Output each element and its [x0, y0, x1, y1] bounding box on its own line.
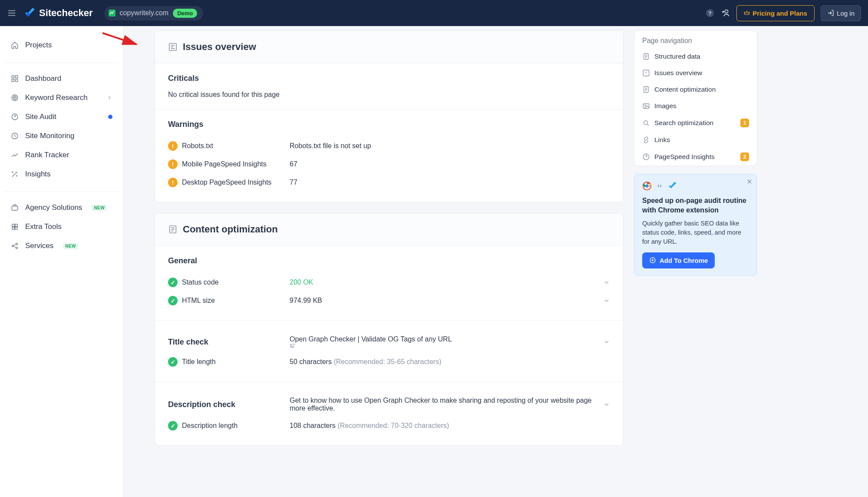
login-button[interactable]: Log in	[821, 5, 861, 21]
sidebar-item-rank-tracker[interactable]: Rank Tracker	[4, 146, 119, 165]
check-icon: ✓	[168, 296, 178, 305]
search-icon	[642, 119, 650, 127]
sidebar-item-label: Services	[25, 242, 53, 250]
pagenav-images[interactable]: Images	[634, 98, 757, 114]
content-icon	[168, 225, 178, 234]
image-icon	[642, 102, 650, 110]
add-to-chrome-button[interactable]: Add To Chrome	[642, 252, 715, 268]
sidebar-item-extra-tools[interactable]: Extra Tools	[4, 217, 119, 236]
doc-icon	[642, 86, 650, 93]
help-button[interactable]: ?	[705, 8, 715, 18]
description-length-row: ✓Description length 108 characters (Reco…	[168, 417, 610, 435]
clock-icon	[10, 132, 19, 140]
chrome-extension-promo: Speed up on-page audit routine with Chro…	[634, 174, 757, 276]
brand-logo[interactable]: Sitechecker	[23, 7, 93, 19]
puzzle-icon	[10, 222, 19, 231]
sidebar-item-services[interactable]: ServicesNEW	[4, 236, 119, 255]
svg-rect-18	[12, 206, 18, 210]
title-check-value: Open Graph Checker | Validate OG Tags of…	[290, 335, 452, 343]
crown-icon	[744, 10, 750, 16]
sitechecker-mini-icon	[667, 181, 677, 191]
sidebar-item-insights[interactable]: Insights	[4, 165, 119, 184]
invite-user-button[interactable]	[721, 8, 730, 18]
sidebar-item-agency-solutions[interactable]: Agency SolutionsNEW	[4, 198, 119, 217]
target-icon	[10, 93, 19, 102]
expand-toggle[interactable]	[603, 401, 610, 408]
login-icon	[827, 10, 834, 17]
pricing-button[interactable]: Pricing and Plans	[736, 5, 815, 21]
sidebar-item-dashboard[interactable]: Dashboard	[4, 69, 119, 88]
pagenav-content-optimization[interactable]: Content optimization	[634, 81, 757, 98]
link-sync-icon	[656, 182, 663, 189]
brand-mark-icon	[23, 8, 36, 18]
count-badge: 2	[740, 152, 749, 161]
svg-rect-33	[643, 104, 649, 109]
project-selector[interactable]: copywritely.com Demo	[104, 6, 204, 20]
trend-icon	[10, 151, 19, 159]
sidebar-item-label: Projects	[25, 41, 52, 50]
pagenav-pagespeed-insights[interactable]: PageSpeed Insights2	[634, 148, 757, 166]
title-check-label: Title check	[168, 338, 283, 347]
general-row[interactable]: ✓Status code200 OK	[168, 273, 610, 292]
title-check-row[interactable]: Title check Open Graph Checker | Validat…	[168, 331, 610, 353]
criticals-heading: Criticals	[168, 74, 610, 83]
check-icon: ✓	[168, 278, 178, 287]
sidebar-item-label: Site Monitoring	[25, 132, 74, 140]
pagenav-issues-overview[interactable]: Issues overview	[634, 65, 757, 81]
briefcase-icon	[10, 203, 19, 212]
svg-point-6	[725, 10, 728, 13]
expand-toggle[interactable]	[603, 279, 610, 286]
topbar: Sitechecker copywritely.com Demo ? Prici…	[0, 0, 868, 26]
sidebar-item-projects[interactable]: Projects	[4, 36, 119, 55]
issues-overview-card: Issues overview Criticals No critical is…	[155, 30, 624, 202]
sidebar-item-label: Keyword Research	[25, 93, 88, 102]
count-badge: 1	[740, 119, 749, 127]
pagenav-structured-data[interactable]: Structured data	[634, 48, 757, 65]
general-row[interactable]: ✓HTML size974.99 KB	[168, 292, 610, 310]
sidebar-item-label: Rank Tracker	[25, 151, 69, 159]
sidebar-item-label: Agency Solutions	[25, 203, 82, 212]
description-check-value: Get to know how to use Open Graph Checke…	[290, 397, 596, 412]
description-check-row[interactable]: Description check Get to know how to use…	[168, 392, 610, 417]
warnings-heading: Warnings	[168, 120, 610, 129]
svg-point-14	[13, 96, 17, 99]
external-link-icon[interactable]	[290, 343, 596, 348]
svg-point-34	[645, 105, 646, 106]
gauge-icon	[642, 153, 650, 161]
chevron-right-icon	[106, 95, 112, 101]
grid-icon	[10, 74, 19, 83]
svg-point-13	[12, 95, 18, 101]
svg-rect-21	[12, 227, 14, 229]
expand-toggle[interactable]	[603, 297, 610, 304]
content-optimization-title: Content optimization	[183, 224, 278, 235]
menu-toggle-button[interactable]	[7, 8, 17, 18]
sidebar-item-keyword-research[interactable]: Keyword Research	[4, 88, 119, 107]
general-heading: General	[168, 256, 610, 265]
page-navigation-title: Page navigation	[634, 31, 757, 48]
check-icon: ✓	[168, 357, 178, 367]
promo-text: Quickly gather basic SEO data like statu…	[642, 219, 749, 246]
warning-row[interactable]: !Mobile PageSpeed Insights67	[168, 155, 610, 173]
sidebar-item-label: Extra Tools	[25, 222, 62, 231]
wand-icon	[10, 170, 19, 179]
warning-row[interactable]: !Robots.txtRobots.txt file is not set up	[168, 137, 610, 155]
pagenav-links[interactable]: Links	[634, 132, 757, 148]
warning-row[interactable]: !Desktop PageSpeed Insights77	[168, 173, 610, 192]
warning-icon: !	[168, 178, 178, 187]
expand-toggle[interactable]	[603, 338, 610, 345]
promo-title: Speed up on-page audit routine with Chro…	[642, 196, 749, 215]
svg-rect-19	[12, 224, 14, 226]
sidebar-item-site-monitoring[interactable]: Site Monitoring	[4, 126, 119, 146]
demo-badge: Demo	[173, 9, 197, 18]
svg-rect-9	[12, 76, 14, 78]
promo-close-button[interactable]	[746, 179, 752, 185]
site-favicon-icon	[109, 10, 116, 17]
warning-icon: !	[168, 141, 178, 151]
pagenav-search-optimization[interactable]: Search optimization1	[634, 114, 757, 132]
new-badge: NEW	[63, 243, 78, 249]
gauge-icon	[10, 113, 19, 121]
issues-icon	[168, 42, 178, 52]
svg-rect-22	[15, 227, 17, 229]
sidebar-item-site-audit[interactable]: Site Audit	[4, 107, 119, 126]
sidebar-item-label: Site Audit	[25, 113, 56, 121]
